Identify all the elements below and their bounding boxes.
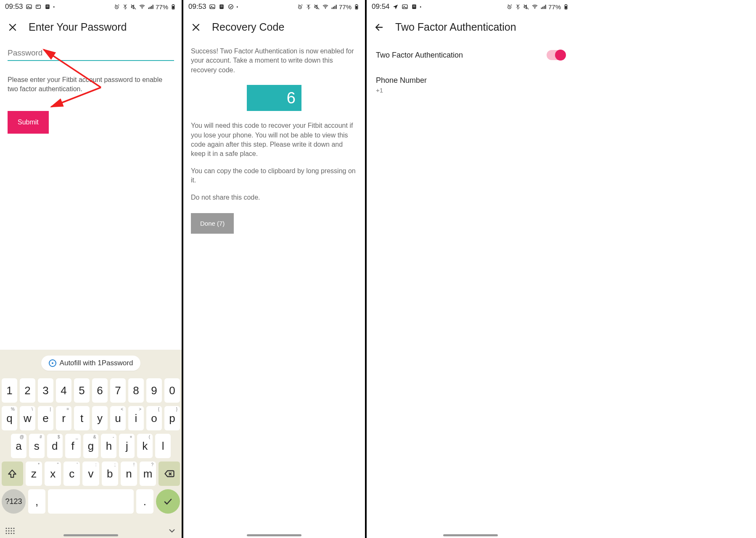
signal-icon xyxy=(540,3,547,10)
bluetooth-icon xyxy=(305,3,312,10)
key-a[interactable]: a@ xyxy=(11,434,26,458)
svg-point-35 xyxy=(228,5,233,9)
key-w[interactable]: w\ xyxy=(20,406,35,430)
nav-pill[interactable] xyxy=(247,534,301,536)
status-time: 09:54 xyxy=(372,3,390,11)
key-3[interactable]: 3 xyxy=(38,378,53,403)
help-text: Please enter your Fitbit account passwor… xyxy=(8,75,174,93)
svg-point-23 xyxy=(8,530,9,531)
more-dot: • xyxy=(53,5,55,9)
card-icon xyxy=(35,3,42,10)
key-s[interactable]: s# xyxy=(29,434,45,458)
recovery-intro-text: Success! Two Factor Authentication is no… xyxy=(191,47,357,75)
battery-percent: 77% xyxy=(156,3,168,11)
close-icon[interactable] xyxy=(191,22,201,32)
nav-pill[interactable] xyxy=(63,534,118,536)
header: Recovery Code xyxy=(183,13,365,38)
svg-point-22 xyxy=(5,530,7,531)
two-factor-toggle-row[interactable]: Two Factor Authentication xyxy=(367,38,574,72)
svg-rect-33 xyxy=(220,5,222,6)
phone-number-label: Phone Number xyxy=(367,72,574,85)
autofill-1password-button[interactable]: Autofill with 1Password xyxy=(41,356,141,371)
key-t[interactable]: t xyxy=(74,406,90,430)
key-5[interactable]: 5 xyxy=(74,378,90,403)
key-9[interactable]: 9 xyxy=(146,378,162,403)
comma-key[interactable]: , xyxy=(28,489,45,514)
more-dot: • xyxy=(237,5,238,9)
key-8[interactable]: 8 xyxy=(128,378,144,403)
battery-percent: 77% xyxy=(339,3,352,11)
svg-rect-9 xyxy=(148,8,149,9)
svg-rect-6 xyxy=(46,7,48,7)
key-n[interactable]: n! xyxy=(121,462,137,486)
key-g[interactable]: g& xyxy=(83,434,99,458)
key-7[interactable]: 7 xyxy=(110,378,126,403)
submit-button[interactable]: Submit xyxy=(8,111,49,134)
key-p[interactable]: p} xyxy=(164,406,180,430)
key-j[interactable]: j+ xyxy=(119,434,135,458)
nav-pill[interactable] xyxy=(443,534,498,536)
svg-rect-58 xyxy=(566,4,566,5)
svg-rect-53 xyxy=(542,7,543,9)
key-d[interactable]: d$ xyxy=(47,434,63,458)
svg-rect-54 xyxy=(544,6,545,9)
keyboard-settings-icon[interactable] xyxy=(5,527,16,535)
key-6[interactable]: 6 xyxy=(92,378,108,403)
key-x[interactable]: x" xyxy=(45,462,61,486)
svg-rect-40 xyxy=(334,6,335,9)
key-h[interactable]: h- xyxy=(101,434,116,458)
svg-point-27 xyxy=(8,533,9,534)
close-icon[interactable] xyxy=(8,22,18,32)
svg-rect-2 xyxy=(36,5,40,8)
key-2[interactable]: 2 xyxy=(20,378,35,403)
svg-rect-14 xyxy=(172,6,174,8)
shift-key[interactable] xyxy=(2,462,23,486)
recovery-code-box[interactable]: 6 xyxy=(247,85,301,111)
key-i[interactable]: i> xyxy=(128,406,144,430)
key-m[interactable]: m? xyxy=(140,462,156,486)
key-c[interactable]: c' xyxy=(63,462,80,486)
svg-point-51 xyxy=(534,8,535,9)
key-k[interactable]: k( xyxy=(137,434,153,458)
image-icon xyxy=(209,3,216,10)
key-q[interactable]: q% xyxy=(2,406,17,430)
two-factor-toggle[interactable] xyxy=(547,50,565,60)
keyboard-collapse-icon[interactable] xyxy=(167,526,177,535)
key-f[interactable]: f_ xyxy=(65,434,81,458)
password-input[interactable] xyxy=(8,48,174,61)
svg-rect-34 xyxy=(220,7,222,7)
screen-two-factor-settings: 09:54 • 77% Two Factor Authentication Tw… xyxy=(367,0,574,538)
backspace-key[interactable] xyxy=(159,462,180,486)
svg-point-25 xyxy=(13,530,14,531)
svg-rect-39 xyxy=(333,7,334,9)
key-b[interactable]: b; xyxy=(102,462,118,486)
key-0[interactable]: 0 xyxy=(164,378,180,403)
key-l[interactable]: l xyxy=(155,434,171,458)
done-button[interactable]: Done (7) xyxy=(191,213,234,234)
screen-recovery-code: 09:53 • 77% Recovery Code Success! Two F… xyxy=(183,0,365,538)
key-e[interactable]: e| xyxy=(38,406,53,430)
key-r[interactable]: r= xyxy=(56,406,71,430)
alarm-icon xyxy=(114,3,120,10)
space-key[interactable] xyxy=(48,489,134,514)
key-y[interactable]: y xyxy=(92,406,108,430)
location-icon xyxy=(392,3,399,10)
key-o[interactable]: o{ xyxy=(146,406,162,430)
enter-key[interactable] xyxy=(156,489,180,514)
period-key[interactable]: . xyxy=(136,489,153,514)
svg-rect-48 xyxy=(413,5,415,6)
page-title: Two Factor Authentication xyxy=(395,21,516,33)
mute-icon xyxy=(130,3,137,10)
key-1[interactable]: 1 xyxy=(2,378,17,403)
symbols-key[interactable]: ?123 xyxy=(2,489,26,514)
key-4[interactable]: 4 xyxy=(56,378,71,403)
key-u[interactable]: u< xyxy=(110,406,126,430)
wifi-icon xyxy=(322,3,329,10)
status-bar: 09:53 • 77% xyxy=(0,0,182,13)
list-icon xyxy=(44,3,51,10)
back-icon[interactable] xyxy=(374,22,384,32)
key-z[interactable]: z* xyxy=(26,462,42,486)
key-v[interactable]: v: xyxy=(82,462,99,486)
keyboard: Autofill with 1Password 1234567890 q%w\e… xyxy=(0,350,182,538)
header: Enter Your Password xyxy=(0,13,182,38)
